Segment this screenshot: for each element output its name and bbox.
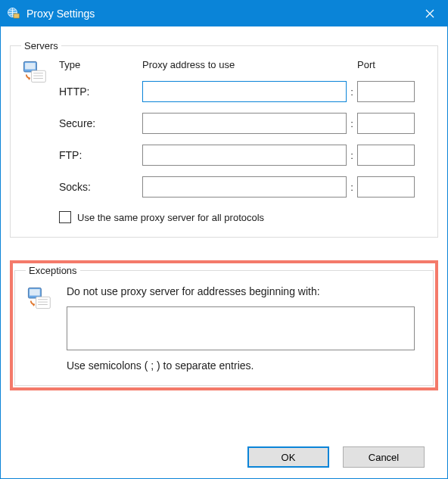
- exceptions-note: Use semicolons ( ; ) to separate entries…: [67, 359, 422, 372]
- proxy-settings-window: Proxy Settings Servers: [0, 0, 448, 479]
- secure-address-input[interactable]: [142, 113, 347, 134]
- servers-group: Servers Type Proxy address to u: [10, 40, 438, 238]
- colon-separator: :: [347, 118, 357, 129]
- exceptions-legend: Exceptions: [26, 265, 80, 276]
- exceptions-textarea[interactable]: [67, 306, 415, 350]
- svg-rect-5: [25, 63, 36, 70]
- colon-separator: :: [347, 86, 357, 98]
- proxy-settings-app-icon: [7, 7, 20, 20]
- same-proxy-label: Use the same proxy server for all protoc…: [77, 212, 264, 223]
- ftp-label: FTP:: [59, 149, 142, 161]
- ftp-address-input[interactable]: [142, 145, 347, 166]
- socks-port-input[interactable]: [357, 176, 415, 198]
- dialog-buttons: OK Cancel: [10, 439, 438, 471]
- colon-separator: :: [347, 150, 357, 161]
- window-title: Proxy Settings: [26, 8, 412, 20]
- svg-rect-6: [32, 70, 46, 82]
- titlebar: Proxy Settings: [1, 1, 447, 26]
- http-address-input[interactable]: [142, 81, 347, 102]
- colon-separator: :: [347, 182, 357, 193]
- secure-port-input[interactable]: [357, 113, 415, 134]
- column-header-address: Proxy address to use: [142, 59, 347, 70]
- exceptions-highlight: Exceptions Do: [10, 260, 438, 390]
- svg-rect-12: [30, 289, 40, 296]
- exceptions-group: Exceptions Do: [14, 265, 434, 386]
- ftp-port-input[interactable]: [357, 145, 415, 166]
- http-port-input[interactable]: [357, 81, 415, 102]
- column-header-type: Type: [59, 59, 142, 70]
- column-header-port: Port: [357, 59, 415, 70]
- ok-button[interactable]: OK: [247, 446, 329, 468]
- same-proxy-checkbox[interactable]: [59, 211, 71, 223]
- socks-label: Socks:: [59, 181, 142, 193]
- exceptions-icon: [26, 285, 64, 313]
- http-label: HTTP:: [59, 86, 142, 98]
- servers-legend: Servers: [21, 40, 61, 51]
- close-icon: [425, 9, 434, 18]
- socks-address-input[interactable]: [142, 176, 347, 198]
- exceptions-instruction: Do not use proxy server for addresses be…: [67, 285, 422, 297]
- dialog-body: Servers Type Proxy address to u: [1, 26, 447, 478]
- close-button[interactable]: [412, 1, 447, 26]
- svg-rect-13: [36, 297, 51, 308]
- cancel-button[interactable]: Cancel: [343, 446, 425, 468]
- svg-rect-1: [14, 14, 20, 18]
- servers-icon: [21, 59, 59, 87]
- secure-label: Secure:: [59, 117, 142, 129]
